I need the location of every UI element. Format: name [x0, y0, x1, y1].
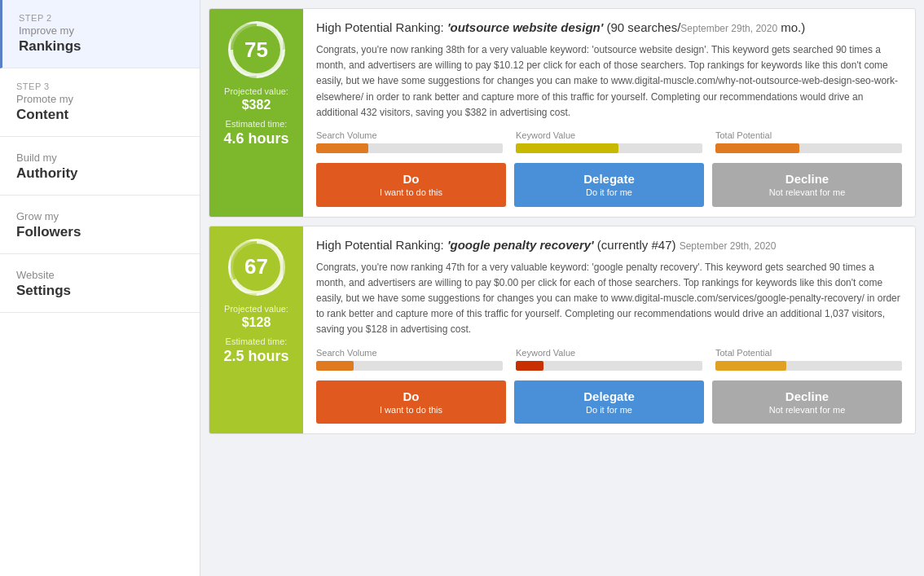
estimated-label: Estimated time: — [226, 119, 288, 129]
card-keyword: 'outsource website design' — [447, 20, 603, 34]
decline-button[interactable]: Decline Not relevant for me — [712, 380, 902, 424]
sidebar: Step 2Improve myRankingsStep 3Promote my… — [0, 0, 200, 576]
metric-bar-bg — [316, 361, 503, 371]
metric-keyword-value: Keyword Value — [516, 348, 702, 371]
metric-bar-fill — [516, 361, 543, 371]
metric-bar-fill — [715, 361, 786, 371]
metric-label: Keyword Value — [516, 348, 702, 358]
step-title-small: Promote my — [16, 93, 183, 105]
action-row: Do I want to do this Delegate Do it for … — [316, 163, 902, 207]
projected-label: Projected value: — [224, 86, 288, 96]
step-label: Step 3 — [16, 81, 183, 91]
estimated-label: Estimated time: — [226, 336, 288, 346]
score-value: 67 — [233, 244, 280, 291]
action-row: Do I want to do this Delegate Do it for … — [316, 380, 902, 424]
metric-label: Search Volume — [316, 348, 503, 358]
metric-bar-bg — [715, 361, 902, 371]
step-title-big: Authority — [16, 165, 183, 182]
delegate-button[interactable]: Delegate Do it for me — [514, 380, 704, 424]
delegate-button[interactable]: Delegate Do it for me — [514, 163, 704, 207]
decline-button-sub: Not relevant for me — [719, 187, 895, 198]
decline-button-label: Decline — [719, 389, 895, 405]
sidebar-item-step3[interactable]: Step 3Promote myContent — [0, 68, 200, 137]
estimated-value: 4.6 hours — [223, 130, 288, 147]
score-panel: 67 Projected value: $128 Estimated time:… — [209, 226, 303, 434]
step-title-small: Grow my — [16, 210, 183, 222]
metric-bar-bg — [516, 361, 702, 371]
estimated-value: 2.5 hours — [223, 348, 288, 365]
card-title: High Potential Ranking: 'google penalty … — [316, 236, 902, 253]
metric-label: Total Potential — [715, 348, 902, 358]
metric-label: Keyword Value — [516, 130, 702, 140]
score-value: 75 — [233, 26, 280, 73]
score-panel: 75 Projected value: $382 Estimated time:… — [209, 9, 303, 217]
decline-button[interactable]: Decline Not relevant for me — [712, 163, 902, 207]
card-keyword: 'google penalty recovery' — [447, 238, 594, 252]
ranking-card-card2: 67 Projected value: $128 Estimated time:… — [209, 226, 916, 435]
score-circle: 67 — [228, 239, 285, 296]
metrics-row: Search Volume Keyword Value Total Potent… — [316, 348, 902, 371]
metric-search-volume: Search Volume — [316, 130, 503, 153]
metric-label: Search Volume — [316, 130, 503, 140]
metric-bar-bg — [715, 143, 902, 153]
metric-total-potential: Total Potential — [715, 348, 902, 371]
metric-bar-bg — [316, 143, 503, 153]
step-title-small: Improve my — [19, 24, 183, 37]
sidebar-item-step2[interactable]: Step 2Improve myRankings — [0, 0, 200, 68]
ranking-card-card1: 75 Projected value: $382 Estimated time:… — [209, 8, 916, 218]
do-button-sub: I want to do this — [323, 187, 499, 198]
projected-value: $128 — [242, 315, 271, 330]
step-title-big: Settings — [16, 283, 183, 299]
metric-total-potential: Total Potential — [715, 130, 902, 153]
metric-bar-fill — [516, 143, 618, 153]
score-circle: 75 — [228, 21, 285, 78]
do-button[interactable]: Do I want to do this — [316, 380, 506, 424]
card-date: September 29th, 2020 — [680, 23, 777, 34]
projected-label: Projected value: — [224, 304, 288, 314]
delegate-button-label: Delegate — [521, 171, 697, 187]
decline-button-sub: Not relevant for me — [719, 404, 895, 416]
do-button-label: Do — [323, 171, 499, 187]
sidebar-item-build[interactable]: Build myAuthority — [0, 137, 200, 196]
do-button-label: Do — [323, 389, 499, 405]
sidebar-item-website[interactable]: WebsiteSettings — [0, 254, 200, 313]
metric-bar-bg — [516, 143, 702, 153]
metric-bar-fill — [715, 143, 799, 153]
card-description: Congrats, you're now ranking 47th for a … — [316, 260, 902, 338]
decline-button-label: Decline — [719, 171, 895, 187]
sidebar-item-grow[interactable]: Grow myFollowers — [0, 196, 200, 254]
card-description: Congrats, you're now ranking 38th for a … — [316, 42, 902, 121]
step-title-big: Content — [16, 107, 183, 123]
step-title-small: Build my — [16, 152, 183, 164]
delegate-button-sub: Do it for me — [521, 404, 697, 416]
step-title-big: Rankings — [19, 38, 183, 55]
card-body: High Potential Ranking: 'outsource websi… — [303, 9, 915, 217]
main-content: 75 Projected value: $382 Estimated time:… — [200, 0, 924, 576]
delegate-button-sub: Do it for me — [521, 187, 697, 198]
card-date: September 29th, 2020 — [680, 240, 777, 252]
metrics-row: Search Volume Keyword Value Total Potent… — [316, 130, 902, 153]
step-label: Step 2 — [19, 13, 183, 23]
step-title-small: Website — [16, 269, 183, 281]
metric-search-volume: Search Volume — [316, 348, 503, 371]
step-title-big: Followers — [16, 224, 183, 240]
metric-bar-fill — [316, 361, 354, 371]
metric-keyword-value: Keyword Value — [516, 130, 702, 153]
do-button-sub: I want to do this — [323, 404, 499, 416]
projected-value: $382 — [242, 98, 271, 112]
card-body: High Potential Ranking: 'google penalty … — [303, 226, 915, 434]
metric-label: Total Potential — [715, 130, 902, 140]
delegate-button-label: Delegate — [521, 389, 697, 405]
card-title: High Potential Ranking: 'outsource websi… — [316, 19, 902, 36]
metric-bar-fill — [316, 143, 368, 153]
do-button[interactable]: Do I want to do this — [316, 163, 506, 207]
